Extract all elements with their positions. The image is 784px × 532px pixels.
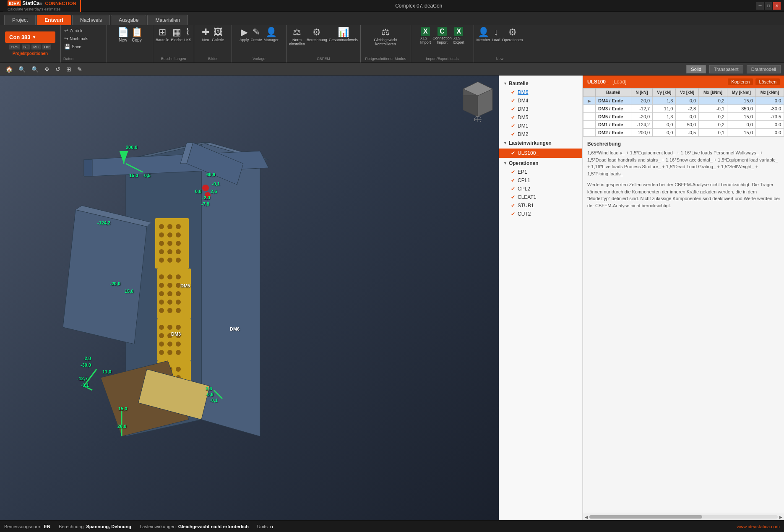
tree-section-bauteile[interactable]: ▼ Bauteile (499, 79, 582, 88)
scroll-left-icon[interactable]: ◂ (585, 514, 588, 520)
cell-n-4[interactable]: 200,0 (631, 129, 653, 137)
cell-n-0[interactable]: 20,0 (631, 97, 653, 105)
bauteile-button[interactable]: ⊞ Bauteile (156, 27, 169, 42)
maximize-button[interactable]: □ (765, 2, 772, 10)
cell-mx-4[interactable]: 0,1 (699, 129, 727, 137)
grid-button[interactable]: ⊞ (64, 65, 73, 74)
table-row[interactable]: DM1 / Ende-124,20,050,00,20,00,0 (583, 121, 784, 129)
scroll-thumb[interactable] (589, 515, 702, 519)
new-button[interactable]: 📄 New (117, 27, 129, 42)
cell-mx-2[interactable]: 0,2 (699, 113, 727, 121)
wireframe-view-button[interactable]: Drahtmodell (747, 65, 781, 73)
table-row[interactable]: ▶DM4 / Ende20,01,30,00,215,00,0 (583, 97, 784, 105)
tab-project[interactable]: Project (4, 15, 36, 25)
delete-load-button[interactable]: Löschen (755, 78, 780, 85)
tree-item-dm3[interactable]: ✔ DM3 (499, 105, 582, 113)
home-view-button[interactable]: 🏠 (3, 65, 15, 74)
tree-item-dm4[interactable]: ✔ DM4 (499, 96, 582, 105)
zoom-in-button[interactable]: 🔍 (16, 65, 28, 74)
tree-section-lasteinwirkungen[interactable]: ▼ Lasteinwirkungen (499, 138, 582, 148)
tree-item-cpl2[interactable]: ✔ CPL2 (499, 185, 582, 193)
xls-import-button[interactable]: X XLSImport (420, 27, 431, 44)
cell-bauteil-4[interactable]: DM2 / Ende (596, 129, 631, 137)
cell-vz-0[interactable]: 0,0 (676, 97, 699, 105)
minimize-button[interactable]: ─ (756, 2, 764, 10)
position-selector[interactable]: Con 383 ▼ (5, 31, 55, 43)
cell-vz-3[interactable]: 50,0 (676, 121, 699, 129)
pen-button[interactable]: ✎ (75, 65, 84, 74)
cell-vz-2[interactable]: 0,0 (676, 113, 699, 121)
neu-button[interactable]: ✚ Neu (202, 27, 209, 42)
cell-mx-1[interactable]: -0,1 (699, 105, 727, 113)
cell-my-0[interactable]: 15,0 (727, 97, 755, 105)
member-button[interactable]: 👤 Member (477, 27, 490, 42)
cell-mz-1[interactable]: -30,0 (755, 105, 784, 113)
connection-import-button[interactable]: C ConnectionImport (432, 27, 452, 44)
cell-bauteil-2[interactable]: DM5 / Ende (596, 113, 631, 121)
viewport[interactable]: 200,0 15,0 -0,5 60,9 -0,1 0,8 2,6 -2,0 -… (0, 76, 499, 520)
tree-item-cut2[interactable]: ✔ CUT2 (499, 210, 582, 218)
cell-n-2[interactable]: -20,0 (631, 113, 653, 121)
load-button[interactable]: ↓ Load (492, 27, 500, 42)
table-row[interactable]: DM5 / Ende-20,01,30,00,215,0-73,5 (583, 113, 784, 121)
gesamtnachweis-button[interactable]: 📊 Gesamtnachweis (329, 27, 358, 46)
cell-vy-4[interactable]: 0,0 (653, 129, 676, 137)
bleche-button[interactable]: ▦ Bleche (171, 27, 183, 42)
copy-button[interactable]: 📋 Copy (131, 27, 143, 42)
cell-mz-3[interactable]: 0,0 (755, 121, 784, 129)
cell-n-1[interactable]: -12,7 (631, 105, 653, 113)
tree-item-dm2[interactable]: ✔ DM2 (499, 130, 582, 138)
tree-item-uls100[interactable]: ✔ ULS100_ (499, 149, 582, 158)
pan-button[interactable]: ✥ (42, 65, 52, 74)
close-button[interactable]: ✕ (773, 2, 781, 10)
cell-mx-0[interactable]: 0,2 (699, 97, 727, 105)
tree-section-operationen[interactable]: ▼ Operationen (499, 159, 582, 168)
zurück-button[interactable]: ↩ Zurück (63, 27, 89, 34)
table-row[interactable]: DM2 / Ende200,00,0-0,50,115,00,0 (583, 129, 784, 137)
cell-vy-3[interactable]: 0,0 (653, 121, 676, 129)
norm-button[interactable]: ⚖ Normeinstellen (289, 27, 305, 46)
cell-n-3[interactable]: -124,2 (631, 121, 653, 129)
expand-arrow[interactable]: ▶ (586, 97, 593, 104)
cell-mz-2[interactable]: -73,5 (755, 113, 784, 121)
tree-item-dm1[interactable]: ✔ DM1 (499, 122, 582, 130)
transparent-view-button[interactable]: Transparent (709, 65, 743, 73)
cell-my-3[interactable]: 0,0 (727, 121, 755, 129)
tab-ausgabe[interactable]: Ausgabe (111, 15, 146, 25)
cell-my-4[interactable]: 15,0 (727, 129, 755, 137)
zoom-out-button[interactable]: 🔍 (29, 65, 41, 74)
tree-item-dm5[interactable]: ✔ DM5 (499, 113, 582, 122)
scroll-track[interactable] (589, 515, 778, 519)
tree-item-dm6[interactable]: ✔ DM6 (499, 88, 582, 96)
nochmals-button[interactable]: ↪ Nochmals (63, 35, 89, 42)
tab-entwurf[interactable]: Entwurf (36, 15, 71, 25)
tree-item-ep1[interactable]: ✔ EP1 (499, 168, 582, 176)
manager-button[interactable]: 👤 Manager (264, 27, 279, 42)
operationen-button[interactable]: ⚙ Operationen (502, 27, 523, 42)
cell-my-1[interactable]: 350,0 (727, 105, 755, 113)
cell-bauteil-0[interactable]: DM4 / Ende (596, 97, 631, 105)
tree-item-cpl1[interactable]: ✔ CPL1 (499, 176, 582, 185)
nav-cube[interactable] (461, 80, 495, 113)
scroll-right-icon[interactable]: ▸ (779, 514, 782, 520)
lks-button[interactable]: ⌇ LKS (184, 27, 191, 42)
st-tag[interactable]: ST (22, 44, 30, 50)
gleichgewicht-button[interactable]: ⚖ Gleichgewichtkontrollieren (374, 27, 397, 46)
cell-mz-4[interactable]: 0,0 (755, 129, 784, 137)
cell-bauteil-1[interactable]: DM3 / Ende (596, 105, 631, 113)
table-row[interactable]: DM3 / Ende-12,711,0-2,8-0,1350,0-30,0 (583, 105, 784, 113)
cell-vy-0[interactable]: 1,3 (653, 97, 676, 105)
apply-button[interactable]: ▶ Apply (240, 27, 249, 42)
mc-tag[interactable]: MC (31, 44, 41, 50)
copy-load-button[interactable]: Kopieren (728, 78, 753, 85)
cell-vy-1[interactable]: 11,0 (653, 105, 676, 113)
cell-my-2[interactable]: 15,0 (727, 113, 755, 121)
dr-tag[interactable]: DR (42, 44, 51, 50)
cell-vz-4[interactable]: -0,5 (676, 129, 699, 137)
solid-view-button[interactable]: Solid (686, 65, 706, 73)
cell-vz-1[interactable]: -2,8 (676, 105, 699, 113)
tab-materialien[interactable]: Materialien (147, 15, 188, 25)
cell-mx-3[interactable]: 0,2 (699, 121, 727, 129)
cell-mz-0[interactable]: 0,0 (755, 97, 784, 105)
tree-item-cleat1[interactable]: ✔ CLEAT1 (499, 193, 582, 201)
